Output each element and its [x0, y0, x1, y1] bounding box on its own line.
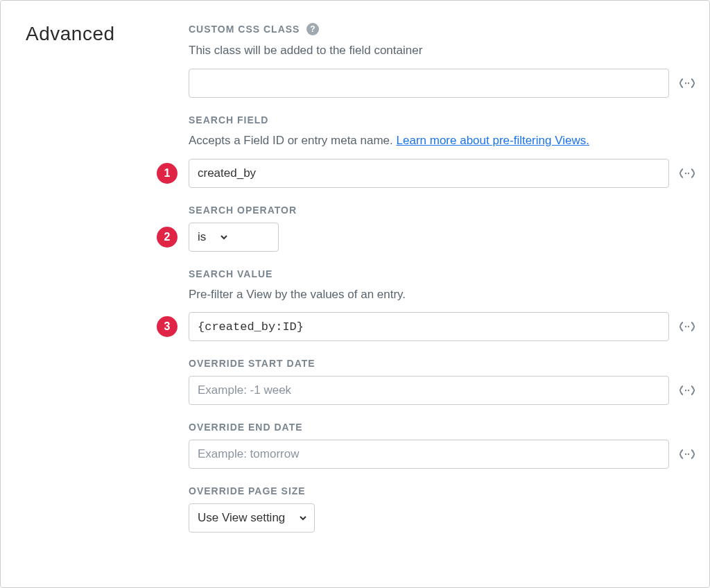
learn-more-link[interactable]: Learn more about pre-filtering Views. — [397, 134, 589, 147]
svg-point-0 — [685, 83, 686, 84]
search-field-desc-text: Accepts a Field ID or entry meta name. — [189, 134, 397, 147]
search-field-label: SEARCH FIELD — [189, 114, 695, 126]
search-field-group: SEARCH FIELD Accepts a Field ID or entry… — [189, 114, 695, 188]
help-icon[interactable]: ? — [306, 23, 319, 35]
search-field-desc: Accepts a Field ID or entry meta name. L… — [189, 132, 695, 149]
merge-tag-icon[interactable] — [679, 449, 695, 460]
override-page-size-select[interactable]: Use View setting — [189, 503, 315, 533]
merge-tag-icon[interactable] — [679, 78, 695, 89]
search-value-label: SEARCH VALUE — [189, 268, 695, 279]
custom-css-class-label-text: CUSTOM CSS CLASS — [189, 24, 300, 35]
custom-css-class-group: CUSTOM CSS CLASS ? This class will be ad… — [189, 23, 695, 98]
merge-tag-icon[interactable] — [679, 321, 695, 332]
advanced-settings-panel: Advanced CUSTOM CSS CLASS ? This class w… — [0, 0, 710, 588]
section-title: Advanced — [26, 23, 168, 533]
merge-tag-icon[interactable] — [679, 168, 695, 179]
search-operator-select[interactable]: is — [189, 223, 279, 252]
svg-point-9 — [688, 453, 689, 455]
chevron-down-icon — [299, 514, 307, 522]
annotation-badge-3: 3 — [157, 316, 178, 337]
override-start-date-label: OVERRIDE START DATE — [189, 358, 695, 369]
override-start-date-input[interactable] — [189, 376, 669, 405]
svg-point-5 — [688, 326, 689, 327]
override-page-size-value: Use View setting — [198, 511, 285, 525]
svg-point-1 — [688, 83, 689, 84]
search-value-input[interactable] — [189, 312, 669, 341]
override-end-date-input[interactable] — [189, 440, 669, 469]
svg-point-6 — [685, 390, 686, 391]
search-field-input[interactable] — [189, 159, 669, 188]
override-start-date-group: OVERRIDE START DATE — [189, 358, 695, 405]
search-operator-value: is — [198, 230, 206, 244]
custom-css-class-label: CUSTOM CSS CLASS ? — [189, 23, 695, 35]
override-page-size-label: OVERRIDE PAGE SIZE — [189, 485, 695, 496]
svg-point-8 — [685, 453, 686, 455]
annotation-badge-1: 1 — [157, 163, 178, 184]
merge-tag-icon[interactable] — [679, 385, 695, 396]
svg-point-2 — [685, 172, 686, 173]
search-operator-label: SEARCH OPERATOR — [189, 205, 695, 216]
search-value-group: SEARCH VALUE Pre-filter a View by the va… — [189, 268, 695, 342]
svg-point-4 — [685, 326, 686, 327]
annotation-badge-2: 2 — [157, 227, 178, 248]
chevron-down-icon — [220, 233, 228, 241]
fields-column: CUSTOM CSS CLASS ? This class will be ad… — [189, 23, 695, 533]
override-page-size-group: OVERRIDE PAGE SIZE Use View setting — [189, 485, 695, 533]
override-end-date-label: OVERRIDE END DATE — [189, 422, 695, 433]
svg-point-3 — [688, 172, 689, 173]
search-value-desc: Pre-filter a View by the values of an en… — [189, 286, 695, 303]
custom-css-class-input[interactable] — [189, 69, 669, 98]
search-operator-group: SEARCH OPERATOR 2 is — [189, 205, 695, 252]
override-end-date-group: OVERRIDE END DATE — [189, 422, 695, 469]
custom-css-class-desc: This class will be added to the field co… — [189, 42, 695, 59]
svg-point-7 — [688, 390, 689, 391]
